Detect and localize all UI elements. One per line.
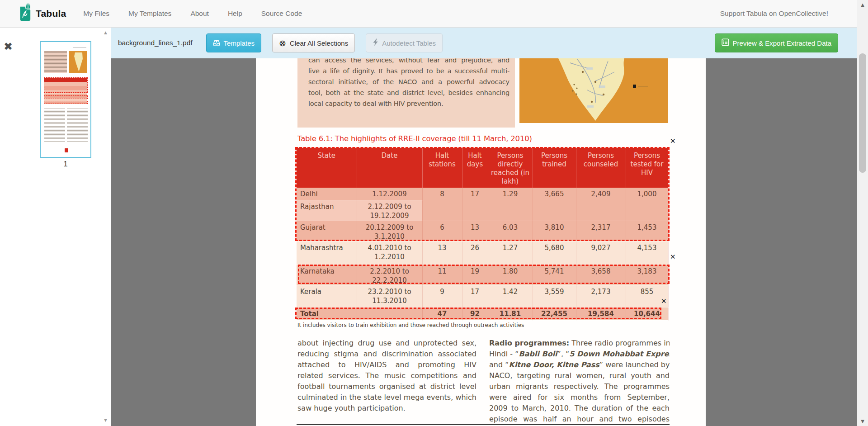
table-cell: Maharashtra bbox=[297, 241, 357, 265]
sidebar-scroll-down-icon[interactable]: ▼ bbox=[104, 418, 107, 422]
pdf-text-line: and “Kitne Door, Kitne Pass” were launch… bbox=[489, 360, 670, 370]
list-icon bbox=[722, 38, 729, 47]
brand-name: Tabula bbox=[36, 8, 66, 19]
clear-button-label: Clear All Selections bbox=[290, 39, 348, 47]
table-cell: 1.42 bbox=[488, 285, 533, 307]
pdf-text-line: urban migrants respectively. The program… bbox=[489, 381, 670, 392]
sidebar: ✖ ▲ ▼ 1 bbox=[0, 28, 111, 426]
thumbnail-page-number-mark bbox=[65, 148, 68, 152]
remove-selection-2-button[interactable]: ✕ bbox=[670, 254, 676, 260]
navbar: Tabula My Files My Templates About Help … bbox=[0, 0, 857, 28]
pdf-text-column-left: about injecting drug use and unprotected… bbox=[297, 338, 476, 414]
table-cell: 4,153 bbox=[626, 241, 668, 265]
pdf-text-line: culminated in the state level mega event… bbox=[297, 392, 476, 403]
thumbnail-header-line bbox=[73, 47, 86, 47]
pdf-text-line: about injecting drug use and unprotected… bbox=[297, 338, 476, 349]
nav-item-my-files[interactable]: My Files bbox=[83, 9, 109, 18]
table-cell: 2,173 bbox=[576, 285, 626, 307]
table-cell: 9,027 bbox=[576, 241, 626, 265]
pdf-text-line: NACO, targeting rural women, rural youth… bbox=[489, 370, 670, 381]
india-map-figure bbox=[519, 58, 668, 123]
lightning-icon bbox=[373, 38, 378, 47]
table-selection-2[interactable] bbox=[298, 265, 670, 284]
table-title: Table 6.1: The highlights of RRE-II cove… bbox=[297, 134, 532, 143]
pdf-text-line: football tournaments organised at distri… bbox=[297, 381, 476, 392]
thumbnail-map-block bbox=[69, 51, 88, 73]
thumbnail-table-block bbox=[44, 78, 88, 104]
autodetect-button-label: Autodetect Tables bbox=[382, 39, 436, 47]
table-cell: Kerala bbox=[297, 285, 357, 307]
pdf-text-line: saw huge youth participation. bbox=[297, 403, 476, 414]
pdf-text-line: reducing stigma and discrimination assoc… bbox=[297, 349, 476, 360]
clear-circle-x-icon: ⊗ bbox=[279, 39, 286, 47]
table-row: Kerala23.2.2010 to 11.3.20109171.423,559… bbox=[297, 285, 668, 307]
table-cell: 23.2.2010 to 11.3.2010 bbox=[357, 285, 422, 307]
table-cell: 13 bbox=[422, 241, 462, 265]
clear-all-selections-button[interactable]: ⊗ Clear All Selections bbox=[272, 33, 355, 52]
page-scrollbar: ▲ ▼ bbox=[857, 0, 868, 426]
templates-button-label: Templates bbox=[224, 39, 255, 47]
pdf-filename: background_lines_1.pdf bbox=[118, 39, 193, 47]
navbar-menu: My Files My Templates About Help Source … bbox=[83, 9, 302, 18]
pdf-text-line: can access the services, without fear an… bbox=[308, 58, 509, 66]
pdf-text-line: related services. The music competitions… bbox=[297, 370, 476, 381]
remove-selection-1-button[interactable]: ✕ bbox=[670, 138, 676, 145]
pdf-text-line: were aired for six months from September… bbox=[489, 392, 670, 403]
pdf-text-line: 2009 to March, 2010. The duration of the… bbox=[489, 403, 670, 414]
thumbnail-paragraph-block bbox=[44, 51, 67, 73]
pdf-text-line: live a life of dignity. It has proved to… bbox=[308, 66, 509, 76]
nav-item-about[interactable]: About bbox=[190, 9, 209, 18]
pdf-paragraph-top: can access the services, without fear an… bbox=[297, 58, 515, 128]
map-legend-label bbox=[638, 86, 648, 86]
sidebar-scroll-up-icon[interactable]: ▲ bbox=[104, 30, 107, 35]
scrollbar-thumb[interactable] bbox=[859, 53, 866, 173]
table-cell: 17 bbox=[462, 285, 488, 307]
scrollbar-up-icon[interactable]: ▲ bbox=[857, 2, 868, 7]
table-cell: 9 bbox=[422, 285, 462, 307]
table-cell: 4.01.2010 to 1.2.2010 bbox=[357, 241, 422, 265]
support-opencollective-link[interactable]: Support Tabula on OpenCollective! bbox=[720, 9, 828, 18]
pdf-text-line: sectoral initiative, of the NACO and a p… bbox=[308, 76, 509, 87]
toolbar: background_lines_1.pdf Templates ⊗ Clear… bbox=[111, 28, 857, 58]
table-footnote: It includes visitors to train exhibition… bbox=[297, 322, 524, 328]
document-viewport: can access the services, without fear an… bbox=[111, 58, 857, 426]
nav-item-my-templates[interactable]: My Templates bbox=[128, 9, 171, 18]
table-cell: 5,680 bbox=[533, 241, 576, 265]
thumbnail-page-label: 1 bbox=[40, 160, 91, 169]
table-cell: 1.27 bbox=[488, 241, 533, 265]
pdf-text-column-right: Radio programmes: Three radio programmes… bbox=[489, 338, 670, 425]
nav-item-source-code[interactable]: Source Code bbox=[261, 9, 302, 18]
export-button-label: Preview & Export Extracted Data bbox=[733, 39, 831, 47]
thumbnail-text-column bbox=[44, 109, 65, 142]
thumbnail-text-column bbox=[67, 109, 88, 142]
remove-file-button[interactable]: ✖ bbox=[4, 40, 13, 53]
pdf-text-line: Hindi - “Babli Boli”, “5 Down Mohabbat E… bbox=[489, 349, 670, 360]
templates-icon bbox=[213, 39, 220, 47]
page-thumbnail[interactable] bbox=[40, 41, 91, 158]
templates-button[interactable]: Templates bbox=[206, 33, 261, 52]
page-footer-rule bbox=[297, 424, 670, 425]
preview-export-button[interactable]: Preview & Export Extracted Data bbox=[715, 33, 838, 52]
tabula-logo-home-link[interactable]: Tabula bbox=[17, 4, 66, 24]
table-row: Maharashtra4.01.2010 to 1.2.201013261.27… bbox=[297, 241, 668, 265]
table-cell: 3,559 bbox=[533, 285, 576, 307]
pdf-text-line: Radio programmes: Three radio programmes… bbox=[489, 338, 670, 349]
table-selection-1[interactable] bbox=[295, 147, 670, 241]
remove-selection-3-button[interactable]: ✕ bbox=[661, 298, 667, 305]
autodetect-tables-button[interactable]: Autodetect Tables bbox=[366, 33, 443, 52]
tabula-logo-icon bbox=[17, 4, 32, 24]
map-legend-swatch bbox=[633, 85, 636, 88]
table-cell: 26 bbox=[462, 241, 488, 265]
pdf-page[interactable]: can access the services, without fear an… bbox=[256, 58, 706, 426]
scrollbar-down-icon[interactable]: ▼ bbox=[857, 419, 868, 424]
tabula-app: Tabula My Files My Templates About Help … bbox=[0, 0, 868, 426]
pdf-text-line: local capacity to deal with HIV preventi… bbox=[308, 98, 509, 109]
table-selection-3[interactable] bbox=[295, 308, 661, 319]
pdf-text-line: tool, both at the state and district lev… bbox=[308, 87, 509, 98]
pdf-text-line: attached to HIV/AIDS and promoting HIV bbox=[297, 360, 476, 370]
nav-item-help[interactable]: Help bbox=[228, 9, 242, 18]
pdf-text-line: episode was half an hour and two episode… bbox=[489, 414, 670, 425]
